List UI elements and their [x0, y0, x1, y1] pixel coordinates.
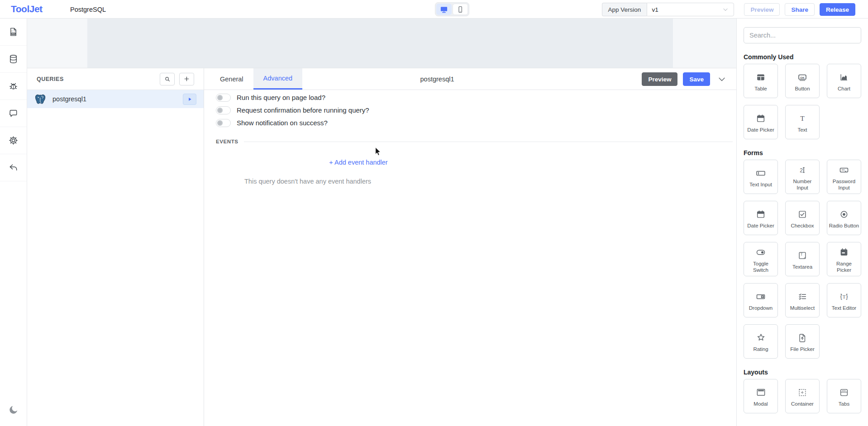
app-header: ToolJet PostgreSQL App Version v1 Previe…: [0, 0, 868, 19]
queries-panel-title: QUERIES: [37, 76, 64, 82]
tooljet-logo: ToolJet: [11, 4, 43, 14]
collapse-panel-chevron-icon[interactable]: [717, 75, 726, 84]
toggleswitch-icon: [755, 247, 766, 258]
left-toolbar: (:): [0, 19, 27, 426]
svg-text:**: **: [841, 168, 845, 172]
request-confirmation-toggle[interactable]: [216, 106, 231, 114]
gear-icon: [8, 135, 19, 146]
comments-button[interactable]: [0, 100, 27, 127]
query-editor-panel: General Advanced postgresql1 Preview Sav…: [204, 68, 736, 426]
query-editor-tab-bar: General Advanced postgresql1 Preview Sav…: [204, 68, 736, 90]
widget-card-chart[interactable]: Chart: [827, 64, 861, 98]
text-icon: T: [797, 113, 807, 124]
mobile-mode-button[interactable]: [453, 4, 468, 15]
widget-card-rating[interactable]: Rating: [744, 324, 778, 359]
app-canvas[interactable]: [87, 19, 673, 68]
widget-card-rangepicker[interactable]: Range Picker: [827, 242, 861, 276]
query-name: postgresql1: [52, 95, 86, 103]
events-section-header: EVENTS: [216, 139, 736, 144]
widget-card-container[interactable]: Container: [785, 379, 820, 413]
passwordinput-icon: **: [839, 165, 849, 175]
undo-arrow-icon: [8, 162, 19, 173]
add-query-button[interactable]: [179, 73, 194, 85]
table-icon: [756, 72, 766, 83]
widget-card-filepicker[interactable]: File Picker: [785, 324, 820, 359]
widget-card-radiobutton[interactable]: Radio Button: [827, 201, 861, 235]
show-notification-toggle[interactable]: [216, 119, 231, 127]
svg-text:T: T: [843, 294, 846, 299]
rail-spacer: [0, 181, 27, 393]
widget-card-checkbox[interactable]: Checkbox: [785, 201, 820, 235]
desktop-mode-button[interactable]: [436, 4, 452, 15]
widget-card-textarea[interactable]: T Textarea: [785, 242, 820, 276]
app-version-label: App Version: [602, 3, 647, 16]
database-icon: [8, 54, 19, 64]
modal-icon: [756, 387, 766, 398]
svg-text:T: T: [801, 252, 803, 256]
undo-button[interactable]: [0, 154, 27, 181]
dark-mode-toggle[interactable]: [0, 393, 27, 426]
search-icon: [164, 76, 171, 82]
device-mode-toggle: [435, 2, 469, 16]
run-query-button[interactable]: [183, 94, 196, 105]
query-save-button[interactable]: Save: [683, 72, 710, 86]
bug-icon: [8, 81, 19, 91]
widget-card-text[interactable]: T Text: [785, 105, 820, 139]
widget-card-dropdown[interactable]: Dropdown: [744, 283, 778, 317]
toggle-row-confirmation: Request confirmation before running quer…: [216, 106, 736, 114]
search-queries-button[interactable]: [160, 73, 175, 85]
widget-card-datepicker[interactable]: Date Picker: [744, 105, 778, 139]
debugger-button[interactable]: [0, 73, 27, 100]
forms-grid: Text Input 2 Number Input ** Password In…: [744, 160, 861, 359]
widget-card-texteditor[interactable]: T{} Text Editor: [827, 283, 861, 317]
chevron-down-icon: [722, 6, 729, 13]
svg-text:(:): (:): [11, 30, 15, 33]
pages-icon: (:): [8, 27, 19, 37]
widget-card-numberinput[interactable]: 2 Number Input: [785, 160, 820, 194]
commonly-used-grid: Table OK Button Chart Date Picker T Text: [744, 64, 861, 139]
app-version-select[interactable]: v1: [647, 3, 734, 16]
app-preview-button[interactable]: Preview: [744, 3, 780, 16]
play-icon: [187, 97, 192, 102]
widget-card-button[interactable]: OK Button: [785, 64, 820, 98]
svg-text:2: 2: [800, 167, 803, 173]
datepicker-icon: [756, 209, 766, 220]
widget-card-textinput[interactable]: Text Input: [744, 160, 778, 194]
star-icon: [756, 332, 766, 343]
widget-card-toggleswitch[interactable]: Toggle Switch: [744, 242, 778, 276]
query-list-item[interactable]: postgresql1: [27, 90, 204, 108]
toggle-row-page-load: Run this query on page load?: [216, 93, 736, 102]
widget-card-modal[interactable]: Modal: [744, 379, 778, 413]
query-preview-button[interactable]: Preview: [642, 72, 677, 86]
add-event-handler-link[interactable]: + Add event handler: [329, 159, 387, 166]
checkbox-icon: [797, 209, 807, 220]
toggle-row-notification: Show notification on success?: [216, 118, 736, 127]
postgresql-icon: [34, 93, 46, 105]
app-title: PostgreSQL: [70, 6, 106, 13]
widget-card-passwordinput[interactable]: ** Password Input: [827, 160, 861, 194]
toggle-label: Request confirmation before running quer…: [237, 106, 369, 114]
pages-button[interactable]: (:): [0, 19, 27, 46]
datasources-button[interactable]: [0, 46, 27, 73]
settings-button[interactable]: [0, 127, 27, 154]
toggle-label: Show notification on success?: [237, 119, 328, 127]
release-button[interactable]: Release: [820, 3, 855, 16]
widget-search-input[interactable]: [744, 27, 861, 43]
widget-card-datepicker-forms[interactable]: Date Picker: [744, 201, 778, 235]
widget-card-tabs[interactable]: Tabs: [827, 379, 861, 413]
section-heading-layouts: Layouts: [744, 369, 861, 376]
comment-icon: [8, 108, 19, 118]
tab-general[interactable]: General: [215, 68, 248, 90]
svg-text:T: T: [800, 114, 805, 122]
svg-text:OK: OK: [800, 76, 805, 79]
file-upload-icon: [797, 332, 807, 343]
tab-advanced[interactable]: Advanced: [253, 68, 303, 90]
share-button[interactable]: Share: [785, 3, 815, 16]
queries-header: QUERIES: [27, 68, 204, 90]
widget-card-table[interactable]: Table: [744, 64, 778, 98]
radiobutton-icon: [839, 209, 849, 220]
rangepicker-icon: [839, 247, 849, 258]
run-on-page-load-toggle[interactable]: [216, 94, 231, 102]
plus-icon: [184, 76, 190, 82]
widget-card-multiselect[interactable]: Multiselect: [785, 283, 820, 317]
